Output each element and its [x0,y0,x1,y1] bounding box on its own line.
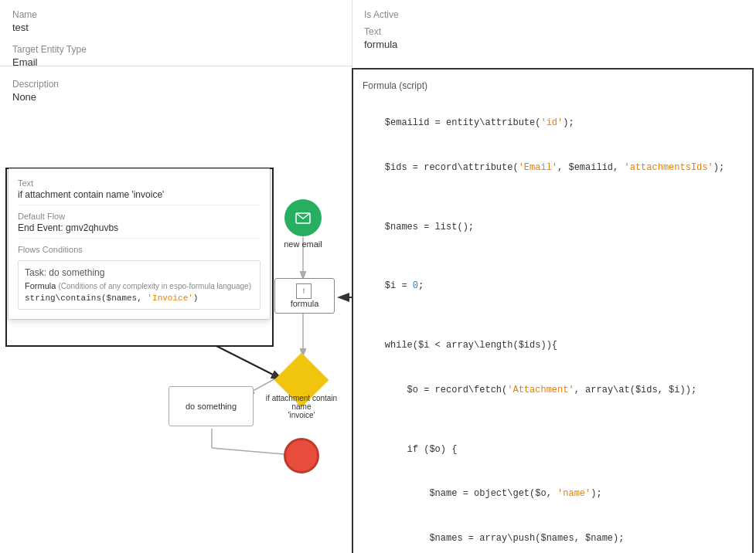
popup-flows-label: Flows Conditions [18,245,261,254]
task-label: Task: do something [25,267,254,278]
description-field-group: Description None [12,79,335,103]
code-line-3: $names = list(); [363,205,743,250]
text-label: Text [364,26,744,37]
formula-panel: Formula (script) $emailid = entity\attri… [352,68,754,553]
code-line-8: $name = object\get($o, 'name'); [363,472,743,517]
flows-conditions-block: Task: do something Formula (Conditions o… [18,260,261,310]
code-line-6: $o = record\fetch('Attachment', array\at… [363,368,743,413]
formula-label: Formula (Conditions of any complexity in… [25,281,254,290]
formula-node-inner: f [278,283,331,299]
code-line-1: $emailid = entity\attribute('id'); [363,101,743,146]
name-label: Name [12,9,335,20]
is-active-section: Is Active [364,9,744,20]
new-email-label: new email [277,239,329,249]
name-field-group: Name test [12,9,335,33]
diamond-label: if attachment containname'invoice' [259,394,344,419]
popup-formula-code: string\contains($names, 'Invoice') [25,293,254,303]
formula-panel-title: Formula (script) [363,79,743,93]
popup-text-value: if attachment contain name 'invoice' [18,189,261,205]
formula-node-icon: f [296,283,312,299]
svg-line-7 [216,346,281,378]
text-value: formula [364,39,744,50]
code-line-blank1 [363,190,743,205]
code-line-4: $i = 0; [363,264,743,309]
code-line-blank3 [363,309,743,324]
description-value: None [12,91,335,103]
text-section: Text formula [364,26,744,50]
popup-card: Text if attachment contain name 'invoice… [8,168,271,320]
do-something-label: do something [186,402,237,411]
is-active-label: Is Active [364,9,744,20]
description-label: Description [12,79,335,90]
target-entity-field-group: Target Entity Type Email [12,44,335,68]
code-line-9: $names = array\push($names, $name); [363,516,743,553]
code-line-7: if ($o) { [363,427,743,472]
popup-default-flow-value: End Event: gmv2qhuvbs [18,222,261,239]
popup-text-label: Text [18,178,261,188]
code-line-blank4 [363,412,743,427]
code-line-blank2 [363,249,743,264]
code-line-5: while($i < array\length($ids)){ [363,324,743,368]
formula-node-label: formula [278,299,331,308]
diamond-node: if attachment containname'invoice' [278,357,325,403]
popup-default-flow-label: Default Flow [18,212,261,221]
code-line-2: $ids = record\attribute('Email', $emaili… [363,146,743,191]
new-email-node: new email [277,199,329,249]
top-divider [0,66,352,66]
left-panel: Name test Target Entity Type Email Descr… [0,0,348,123]
right-panel: Is Active Text formula [352,0,756,59]
target-entity-label: Target Entity Type [12,44,335,55]
do-something-node: do something [169,386,254,426]
new-email-icon [284,199,322,236]
end-event-node [284,438,319,473]
name-value: test [12,22,335,33]
formula-node: f formula [274,278,335,314]
